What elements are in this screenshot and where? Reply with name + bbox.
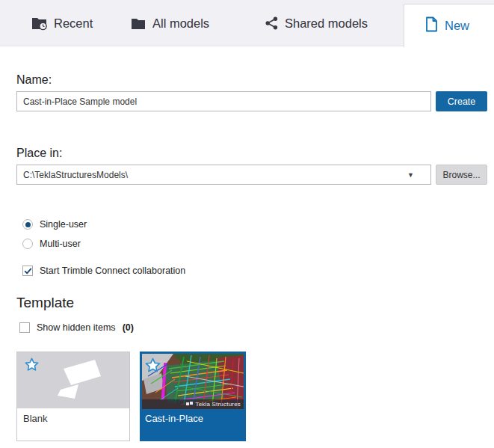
tekla-watermark: Tekla Structures — [142, 399, 244, 409]
template-name: Cast-in-Place — [142, 409, 244, 428]
checkbox-unchecked-icon[interactable] — [19, 322, 30, 333]
new-document-icon — [425, 16, 438, 35]
share-icon — [265, 16, 278, 30]
chevron-down-icon: ▼ — [407, 171, 414, 179]
template-heading: Template — [16, 295, 74, 311]
radio-multi-user-label: Multi-user — [40, 239, 81, 249]
favorite-star-icon[interactable] — [24, 357, 40, 372]
radio-button-icon[interactable] — [22, 239, 33, 249]
new-model-form: Name: Create Place in: C:\TeklaStructure… — [0, 46, 494, 448]
tab-bar: Recent All models Shared models — [0, 0, 494, 46]
folder-icon — [131, 17, 146, 30]
create-button[interactable]: Create — [436, 91, 487, 111]
tab-recent-label: Recent — [54, 16, 93, 31]
tab-shared-models-label: Shared models — [285, 16, 368, 31]
tekla-logo-icon — [186, 402, 193, 407]
radio-button-icon[interactable] — [22, 219, 33, 230]
name-label: Name: — [16, 73, 52, 87]
place-in-combobox[interactable]: C:\TeklaStructuresModels\ ▼ — [16, 165, 431, 185]
tab-shared-models[interactable]: Shared models — [265, 0, 368, 46]
show-hidden-checkbox-row[interactable]: Show hidden items (0) — [19, 322, 134, 333]
show-hidden-count: (0) — [123, 322, 134, 333]
tab-new[interactable]: New — [404, 4, 494, 47]
tab-new-label: New — [445, 19, 469, 33]
radio-single-user-label: Single-user — [40, 219, 87, 230]
place-in-value: C:\TeklaStructuresModels\ — [23, 170, 407, 180]
favorite-star-icon[interactable] — [144, 357, 161, 374]
template-card-cast-in-place[interactable]: Tekla Structures Cast-in-Place — [140, 352, 246, 441]
radio-single-user[interactable]: Single-user — [22, 219, 87, 230]
show-hidden-label: Show hidden items — [37, 322, 116, 333]
checkbox-checked-icon[interactable] — [22, 266, 33, 276]
tab-all-models-label: All models — [152, 16, 209, 31]
cast-in-place-thumbnail: Tekla Structures — [142, 354, 244, 409]
place-in-label: Place in: — [16, 147, 62, 160]
tab-all-models[interactable]: All models — [131, 0, 209, 46]
template-name: Blank — [17, 408, 129, 429]
trimble-connect-checkbox-row[interactable]: Start Trimble Connect collaboration — [22, 266, 185, 276]
folder-clock-icon — [31, 16, 47, 31]
trimble-connect-label: Start Trimble Connect collaboration — [40, 266, 185, 276]
name-input[interactable] — [16, 91, 431, 111]
blank-thumbnail — [17, 352, 129, 408]
template-card-blank[interactable]: Blank — [16, 352, 130, 441]
browse-button[interactable]: Browse... — [436, 165, 487, 185]
watermark-text: Tekla Structures — [195, 401, 241, 408]
tab-recent[interactable]: Recent — [31, 0, 93, 46]
radio-multi-user[interactable]: Multi-user — [22, 239, 81, 249]
new-model-dialog: Recent All models Shared models — [0, 0, 494, 448]
